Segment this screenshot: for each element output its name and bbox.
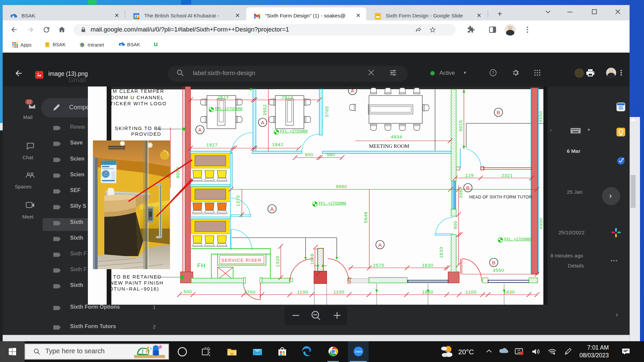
svg-text:?: ? [492,71,494,75]
svg-text:8: 8 [136,14,138,18]
svg-text:zoom: zoom [355,350,362,353]
svg-text:31: 31 [619,106,623,110]
